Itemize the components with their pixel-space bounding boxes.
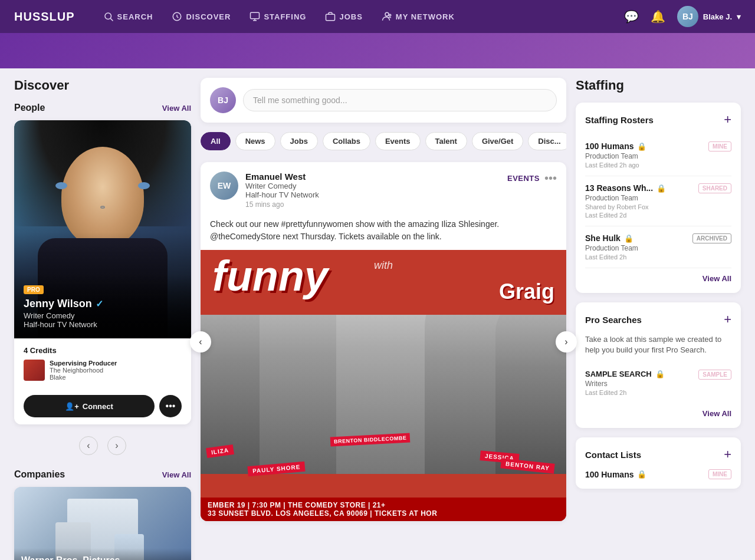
credit-ep: Blake <box>50 374 117 381</box>
add-search-button[interactable]: + <box>724 312 731 327</box>
connect-button[interactable]: 👤+ Connect <box>24 395 155 417</box>
svg-rect-4 <box>326 14 335 21</box>
credit-item: Supervising Producer The Neighborhood Bl… <box>24 360 182 381</box>
filter-all[interactable]: All <box>201 132 231 150</box>
roster-type-2: Production Team <box>585 194 698 202</box>
post-options[interactable]: ••• <box>544 172 557 185</box>
roster-item-3: She Hulk 🔒 Production Team Last Edited 2… <box>585 226 731 268</box>
add-roster-button[interactable]: + <box>724 112 731 127</box>
filter-giveget[interactable]: Give/Get <box>472 132 523 150</box>
rosters-view-all: View All <box>585 273 731 284</box>
add-contact-button[interactable]: + <box>724 447 731 462</box>
comedy-footer-1: EMBER 19 | 7:30 PM | THE COMEDY STORE | … <box>208 501 559 509</box>
right-sidebar: Staffing Staffing Rosters + 100 Humans 🔒… <box>576 78 741 560</box>
next-card-button[interactable]: › <box>107 436 126 455</box>
rosters-label: Staffing Rosters <box>585 115 654 125</box>
roster-name-3: She Hulk 🔒 <box>585 233 692 243</box>
roster-info-3: She Hulk 🔒 Production Team Last Edited 2… <box>585 233 692 261</box>
roster-badge-3: ARCHIVED <box>692 233 731 243</box>
discover-title: Discover <box>14 78 191 93</box>
credit-info: Supervising Producer The Neighborhood Bl… <box>50 360 117 381</box>
post-user-role: Writer Comedy <box>245 182 500 190</box>
feed-prev-button[interactable]: ‹ <box>190 331 211 353</box>
companies-view-all[interactable]: View All <box>162 470 191 479</box>
post-text: Check out our new #prettyfunnywomen show… <box>201 218 566 250</box>
post-avatar: BJ <box>210 87 236 113</box>
credits-label: 4 Credits <box>24 346 182 355</box>
contact-lock-icon: 🔒 <box>637 470 646 479</box>
search-name: SAMPLE SEARCH 🔒 <box>585 370 665 378</box>
left-sidebar: Discover People View All <box>14 78 191 560</box>
roster-time-1: Last Edited 2h ago <box>585 162 708 169</box>
card-navigation: ‹ › <box>14 431 191 460</box>
contact-item: 100 Humans 🔒 MINE <box>585 469 731 479</box>
center-feed: BJ Tell me something good... All News Jo… <box>201 78 566 560</box>
roster-info-1: 100 Humans 🔒 Production Team Last Edited… <box>585 141 708 169</box>
comedy-title: funny <box>212 255 328 297</box>
person-overlay: PRO Jenny Wilson ✓ Writer Comedy Half-ho… <box>14 274 191 338</box>
contact-lists: Contact Lists + 100 Humans 🔒 MINE <box>576 437 741 489</box>
roster-shared-by: Shared by Robert Fox <box>585 203 698 210</box>
roster-name-2: 13 Reasons Wh... 🔒 <box>585 183 698 193</box>
filter-jobs[interactable]: Jobs <box>280 132 318 150</box>
avatar: BJ <box>677 6 698 27</box>
lock-icon-3: 🔒 <box>624 234 633 243</box>
staffing-nav[interactable]: STAFFING <box>250 11 306 22</box>
search-nav[interactable]: SEARCH <box>103 11 153 22</box>
person-name: Jenny Wilson ✓ <box>24 298 182 310</box>
staffing-rosters: Staffing Rosters + 100 Humans 🔒 Producti… <box>576 103 741 293</box>
jobs-nav[interactable]: JOBS <box>325 11 362 22</box>
filter-events[interactable]: Events <box>375 132 421 150</box>
post-input[interactable]: Tell me something good... <box>243 89 557 111</box>
lock-icon-2: 🔒 <box>656 184 666 193</box>
contact-lists-header: Contact Lists + <box>585 447 731 462</box>
user-menu[interactable]: BJ Blake J. ▾ <box>677 6 741 27</box>
view-all-rosters[interactable]: View All <box>703 274 731 283</box>
prev-card-button[interactable]: ‹ <box>79 436 98 455</box>
filter-news[interactable]: News <box>235 132 275 150</box>
credits-section: 4 Credits Supervising Producer The Neigh… <box>14 338 191 388</box>
logo: HUSSLUP <box>14 10 75 24</box>
comedy-footer: EMBER 19 | 7:30 PM | THE COMEDY STORE | … <box>201 498 566 521</box>
filter-collabs[interactable]: Collabs <box>323 132 370 150</box>
companies-section: Companies View All Warner Bros. Pictures… <box>14 469 191 560</box>
filter-disc[interactable]: Disc... <box>528 132 566 150</box>
more-button[interactable]: ••• <box>159 395 182 417</box>
rosters-header: Staffing Rosters + <box>585 112 731 127</box>
filter-talent[interactable]: Talent <box>425 132 467 150</box>
filter-tabs: All News Jobs Collabs Events Talent Give… <box>201 132 566 153</box>
pro-badge: PRO <box>24 285 44 294</box>
post-user-name: Emanuel West <box>245 172 500 182</box>
contact-lists-label: Contact Lists <box>585 450 641 460</box>
pro-searches-label: Pro Searches <box>585 315 642 325</box>
search-view-all: View All <box>585 408 731 419</box>
svg-line-1 <box>110 18 113 21</box>
people-view-all[interactable]: View All <box>162 104 191 113</box>
post-menu: EVENTS ••• <box>507 172 557 185</box>
lock-icon-1: 🔒 <box>637 142 646 151</box>
post-header: EW Emanuel West Writer Comedy Half-hour … <box>201 162 566 218</box>
view-all-searches[interactable]: View All <box>703 409 731 418</box>
post-card: EW Emanuel West Writer Comedy Half-hour … <box>201 162 566 521</box>
feed-next-button[interactable]: › <box>556 331 577 353</box>
post-box: BJ Tell me something good... <box>201 78 566 123</box>
notifications-icon[interactable]: 🔔 <box>651 9 665 24</box>
person-company: Half-hour TV Network <box>24 320 182 329</box>
svg-rect-3 <box>251 12 260 19</box>
roster-item: 100 Humans 🔒 Production Team Last Edited… <box>585 134 731 176</box>
events-tag[interactable]: EVENTS <box>507 174 540 183</box>
contact-badge: MINE <box>708 469 731 479</box>
roster-item-2: 13 Reasons Wh... 🔒 Production Team Share… <box>585 176 731 226</box>
discover-nav[interactable]: DISCOVER <box>172 11 231 22</box>
people-header: People View All <box>14 103 191 113</box>
contact-name: 100 Humans 🔒 <box>585 470 646 479</box>
messages-icon[interactable]: 💬 <box>624 9 639 24</box>
roster-badge-1: MINE <box>708 141 731 151</box>
comedy-footer-2: 33 SUNSET BLVD. LOS ANGELES, CA 90069 | … <box>208 509 559 518</box>
company-name: Warner Bros. Pictures <box>21 555 184 560</box>
staffing-title: Staffing <box>576 78 741 93</box>
card-actions: 👤+ Connect ••• <box>14 388 191 424</box>
companies-label: Companies <box>14 469 65 480</box>
my-network-nav[interactable]: MY NETWORK <box>382 11 455 22</box>
svg-point-0 <box>105 13 111 19</box>
